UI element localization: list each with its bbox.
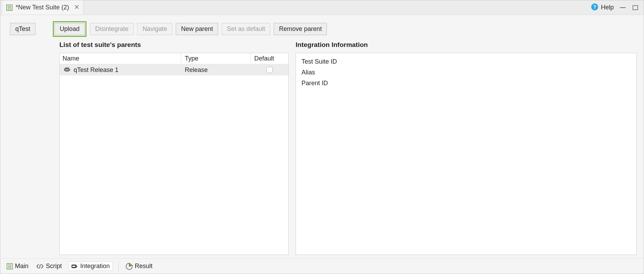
cloud-icon <box>63 66 71 74</box>
upload-button[interactable]: Upload <box>55 23 85 35</box>
code-icon <box>36 264 44 269</box>
editor-tab-title: *New Test Suite (2) <box>16 4 69 11</box>
bottom-tabs: Main Script Integration <box>0 258 644 274</box>
svg-line-16 <box>40 264 40 268</box>
table-header: Name Type Default <box>60 53 288 64</box>
tab-main-label: Main <box>15 263 28 270</box>
tab-divider <box>118 262 119 271</box>
toolbar: qTest Upload Disintegrate Navigate New p… <box>0 15 644 40</box>
close-tab-icon[interactable] <box>74 4 80 11</box>
integration-panel: Integration Information Test Suite ID Al… <box>296 41 637 255</box>
test-suite-icon <box>6 4 13 11</box>
editor-tab[interactable]: *New Test Suite (2) <box>2 0 83 15</box>
new-parent-button[interactable]: New parent <box>176 23 218 35</box>
tab-result-label: Result <box>135 263 152 270</box>
help-label[interactable]: Help <box>601 4 614 11</box>
svg-rect-18 <box>72 266 75 267</box>
column-default[interactable]: Default <box>251 53 288 64</box>
pie-icon <box>126 263 133 270</box>
content-area: List of test suite's parents Name Type D… <box>0 40 644 258</box>
tab-script-label: Script <box>46 263 62 270</box>
integration-panel-title: Integration Information <box>296 41 637 49</box>
tab-result[interactable]: Result <box>124 262 154 271</box>
tab-integration-label: Integration <box>80 263 110 270</box>
disintegrate-button: Disintegrate <box>90 23 134 35</box>
integration-icon <box>71 264 78 269</box>
help-icon[interactable]: ? <box>591 3 599 12</box>
info-alias: Alias <box>302 69 631 76</box>
maximize-icon[interactable] <box>632 5 639 10</box>
parents-table: Name Type Default <box>59 53 289 255</box>
help-area: ? Help <box>591 3 642 12</box>
svg-rect-6 <box>620 7 626 8</box>
app-window: *New Test Suite (2) ? Help <box>0 0 644 274</box>
tab-main[interactable]: Main <box>5 262 30 271</box>
info-parent-id: Parent ID <box>302 80 631 87</box>
svg-text:?: ? <box>593 4 596 10</box>
upload-highlight: Upload <box>53 21 86 37</box>
svg-rect-7 <box>633 6 638 10</box>
column-type[interactable]: Type <box>181 53 251 64</box>
remove-parent-button[interactable]: Remove parent <box>274 23 327 35</box>
qtest-button[interactable]: qTest <box>10 23 35 35</box>
title-bar: *New Test Suite (2) ? Help <box>0 0 644 15</box>
set-as-default-button: Set as default <box>222 23 270 35</box>
table-row[interactable]: qTest Release 1 Release <box>60 64 288 75</box>
info-test-suite-id: Test Suite ID <box>302 58 631 65</box>
tab-script[interactable]: Script <box>35 262 63 271</box>
row-name: qTest Release 1 <box>74 66 118 74</box>
svg-point-10 <box>67 67 69 69</box>
row-type: Release <box>181 64 251 75</box>
row-default-checkbox[interactable] <box>266 67 273 73</box>
svg-rect-11 <box>65 70 69 70</box>
tab-integration[interactable]: Integration <box>68 261 113 271</box>
column-name[interactable]: Name <box>60 53 181 64</box>
integration-info-box: Test Suite ID Alias Parent ID <box>296 53 637 255</box>
parents-panel: List of test suite's parents Name Type D… <box>59 41 289 255</box>
navigate-button: Navigate <box>137 23 172 35</box>
list-icon <box>7 263 13 269</box>
minimize-icon[interactable] <box>619 5 626 10</box>
parents-panel-title: List of test suite's parents <box>59 41 289 49</box>
